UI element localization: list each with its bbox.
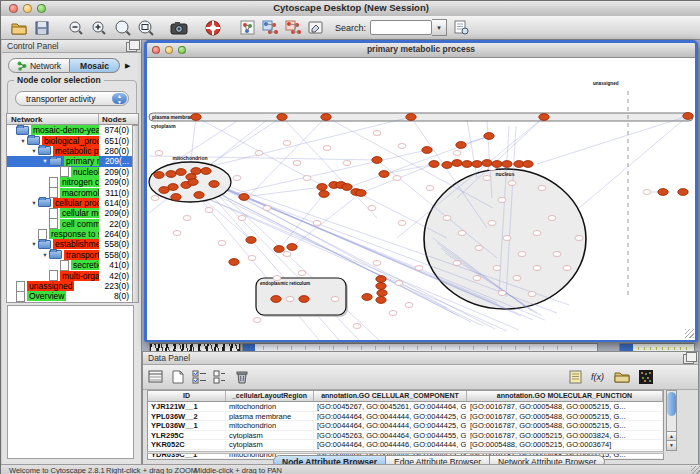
selected-network-node[interactable]	[376, 283, 386, 290]
expander-icon[interactable]: ▼	[19, 138, 27, 144]
network-node[interactable]	[373, 261, 381, 266]
matrix-icon[interactable]	[637, 368, 654, 385]
tree-header-network[interactable]: Network	[7, 114, 99, 124]
tree-row[interactable]: secretion41(0)	[7, 260, 132, 270]
select-all-attributes-icon[interactable]	[191, 368, 208, 385]
network-node[interactable]	[353, 324, 361, 329]
new-attribute-icon[interactable]	[169, 368, 186, 385]
network-node[interactable]	[503, 236, 511, 241]
network-node[interactable]	[483, 176, 491, 181]
selected-network-node[interactable]	[191, 168, 201, 175]
selected-network-node[interactable]	[356, 190, 366, 197]
tab-mosaic[interactable]: Mosaic	[70, 58, 120, 73]
selected-network-node[interactable]	[406, 114, 416, 121]
tree-row[interactable]: nitrogen compo209(0)	[7, 177, 132, 187]
selected-network-node[interactable]	[299, 296, 309, 303]
selected-network-node[interactable]	[523, 161, 533, 168]
tree-row[interactable]: ▼primary metabo209(...	[7, 156, 132, 166]
tree-row[interactable]: mosaic-demo-yeast874(0)	[7, 125, 132, 135]
float-panel-icon[interactable]	[683, 354, 694, 364]
network-node[interactable]	[533, 231, 541, 236]
network-node[interactable]	[498, 291, 506, 296]
selected-network-node[interactable]	[229, 259, 239, 266]
birdseye-view[interactable]	[7, 305, 134, 459]
selected-network-node[interactable]	[539, 114, 549, 121]
network-node[interactable]	[395, 281, 403, 286]
network-node[interactable]	[286, 297, 294, 302]
expander-icon[interactable]: ▼	[30, 148, 38, 154]
network-node[interactable]	[368, 206, 376, 211]
selected-network-node[interactable]	[462, 161, 472, 168]
network-node[interactable]	[151, 196, 159, 201]
tree-row[interactable]: cell communicat22(0)	[7, 219, 132, 229]
expander-icon[interactable]: ▼	[41, 252, 49, 258]
table-row[interactable]: YKR052Ccytoplasm[GO:0044464, GO:0044446,…	[148, 440, 663, 450]
annotation-pad-icon[interactable]	[567, 368, 584, 385]
table-row[interactable]: YJR121W__1mitochondrion[GO:0045267, GO:0…	[148, 402, 663, 412]
network-node[interactable]	[498, 198, 506, 203]
selected-network-node[interactable]	[492, 161, 502, 168]
network-node[interactable]	[548, 216, 556, 221]
zoom-fit-icon[interactable]	[135, 18, 155, 38]
network-node[interactable]	[443, 216, 451, 221]
selected-network-node[interactable]	[277, 114, 287, 121]
network-node[interactable]	[173, 231, 181, 236]
tab-overflow-icon[interactable]: ▶	[125, 62, 130, 70]
annotation-icon[interactable]	[306, 18, 326, 38]
network-node[interactable]	[453, 151, 461, 156]
network-node[interactable]	[475, 246, 483, 251]
network-node[interactable]	[518, 252, 526, 257]
selected-network-node[interactable]	[484, 133, 494, 140]
network-modify-icon[interactable]	[260, 18, 280, 38]
network-node[interactable]	[643, 190, 651, 195]
network-node[interactable]	[248, 256, 256, 261]
selected-network-node[interactable]	[317, 184, 327, 191]
table-scrollbar[interactable]: ▲ ▼	[666, 390, 677, 451]
column-header[interactable]: annotation.GO MOLECULAR_FUNCTION	[467, 391, 663, 401]
tree-row[interactable]: multi-organism pro42(0)	[7, 270, 132, 280]
network-node[interactable]	[255, 151, 263, 156]
selected-network-node[interactable]	[342, 184, 352, 191]
network-node[interactable]	[303, 176, 311, 181]
network-node[interactable]	[398, 144, 406, 149]
selected-network-node[interactable]	[166, 171, 176, 178]
selected-network-node[interactable]	[287, 244, 297, 251]
vizmapper-icon[interactable]	[237, 18, 257, 38]
network-node[interactable]	[343, 161, 351, 166]
float-panel-icon[interactable]	[126, 42, 137, 52]
selected-network-node[interactable]	[274, 246, 284, 253]
selected-network-node[interactable]	[239, 194, 249, 201]
network-node[interactable]	[323, 146, 331, 151]
selected-network-node[interactable]	[376, 297, 386, 304]
network-node[interactable]	[233, 176, 241, 181]
unselect-all-attributes-icon[interactable]	[211, 368, 228, 385]
table-row[interactable]: YLR295Ccytoplasm[GO:0045263, GO:0044464,…	[148, 431, 663, 441]
network-node[interactable]	[473, 276, 481, 281]
selected-network-node[interactable]	[321, 114, 331, 121]
network-node[interactable]	[488, 221, 496, 226]
selected-network-node[interactable]	[376, 276, 386, 283]
compartment-plasma-membrane[interactable]	[149, 113, 693, 121]
network-node[interactable]	[538, 186, 546, 191]
snapshot-icon[interactable]	[169, 18, 189, 38]
help-icon[interactable]	[203, 18, 223, 38]
zoom-out-icon[interactable]	[66, 18, 86, 38]
tree-row[interactable]: response to stimulu264(0)	[7, 229, 132, 239]
column-header[interactable]: ID	[148, 391, 226, 401]
network-filter-icon[interactable]	[283, 18, 303, 38]
selected-network-node[interactable]	[201, 168, 211, 175]
attribute-dropdown[interactable]: transporter activity ▲▼	[15, 91, 129, 106]
selected-network-node[interactable]	[271, 296, 281, 303]
network-node[interactable]	[493, 266, 501, 271]
tree-row[interactable]: ▼metabolic process280(0)	[7, 146, 132, 156]
selected-network-node[interactable]	[683, 113, 693, 120]
search-input[interactable]	[370, 20, 432, 35]
network-node[interactable]	[218, 241, 226, 246]
selected-network-node[interactable]	[482, 160, 492, 167]
tree-row[interactable]: cellular metabo209(0)	[7, 208, 132, 218]
zoom-in-icon[interactable]	[89, 18, 109, 38]
tree-row[interactable]: ▼transport558(0)	[7, 250, 132, 260]
column-header[interactable]: annotation.GO CELLULAR_COMPONENT	[314, 391, 467, 401]
selected-network-node[interactable]	[159, 187, 169, 194]
network-window-titlebar[interactable]: primary metabolic process	[147, 43, 695, 58]
